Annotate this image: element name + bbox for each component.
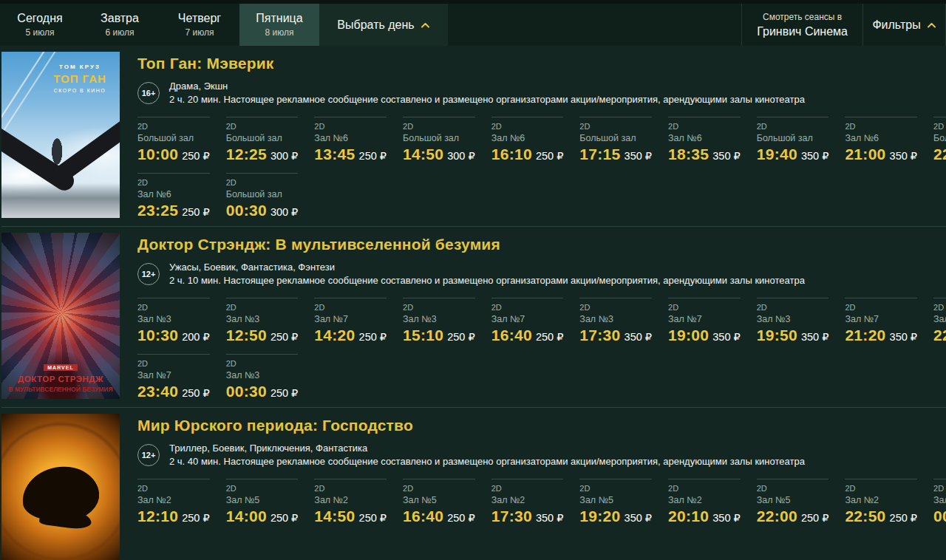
session-price: 250 ₽ (536, 150, 563, 162)
session-cell[interactable]: 2D Зал №3 22:10 250 ₽ (933, 298, 946, 344)
session-price: 350 ₽ (890, 150, 917, 162)
session-cell[interactable]: 2D Зал №5 22:00 250 ₽ (757, 479, 829, 525)
session-cell[interactable]: 2D Зал №3 00:30 250 ₽ (226, 354, 299, 400)
session-format: 2D (491, 122, 564, 131)
session-price: 250 ₽ (182, 206, 209, 218)
session-hall: Большой зал (137, 133, 210, 143)
session-cell[interactable]: 2D Зал №6 16:10 250 ₽ (491, 117, 564, 163)
session-cell[interactable]: 2D Зал №5 16:40 250 ₽ (403, 479, 475, 525)
session-price: 350 ₽ (712, 150, 740, 162)
session-time-row: 16:40 250 ₽ (403, 508, 475, 525)
movie-details: 2 ч. 40 мин. Настоящее рекламное сообщен… (169, 455, 805, 468)
session-price: 350 ₽ (801, 150, 828, 162)
session-time-row: 00:30 300 ₽ (226, 202, 299, 219)
movie-title[interactable]: Мир Юрского периода: Господство (137, 417, 946, 434)
session-cell[interactable]: 2D Большой зал 10:00 250 ₽ (137, 117, 210, 163)
movie-poster[interactable] (1, 414, 120, 560)
movie-meta-text: Ужасы, Боевик, Фантастика, Фэнтези 2 ч. … (169, 261, 805, 287)
session-hall: Большой зал (226, 133, 299, 143)
session-time-row: 16:10 250 ₽ (491, 146, 564, 163)
session-price: 250 ₽ (447, 331, 474, 343)
movie-poster[interactable]: ТОМ КРУЗ ТОП ГАН СКОРО В КИНО (1, 52, 120, 218)
session-format: 2D (403, 122, 475, 131)
session-cell[interactable]: 2D Зал №5 19:20 350 ₽ (579, 479, 652, 525)
session-time-row: 22:10 250 ₽ (933, 327, 946, 344)
session-cell[interactable]: 2D Зал №6 13:45 250 ₽ (314, 117, 387, 163)
poster-text: MARVEL ДОКТОР СТРЭНДЖ В МУЛЬТИВСЕЛЕННОЙ … (1, 359, 120, 393)
session-format: 2D (579, 484, 652, 493)
session-price: 250 ₽ (359, 150, 387, 162)
day-tab[interactable]: Четверг 7 июля (160, 4, 239, 46)
movie-genres: Ужасы, Боевик, Фантастика, Фэнтези (169, 261, 805, 274)
choose-day-button[interactable]: Выбрать день (319, 4, 448, 46)
chevron-up-icon (421, 22, 430, 28)
session-format: 2D (845, 303, 917, 312)
session-cell[interactable]: 2D Зал №2 20:10 350 ₽ (668, 479, 741, 525)
session-cell[interactable]: 2D Зал №3 12:50 250 ₽ (226, 298, 299, 344)
session-time-row: 17:30 350 ₽ (491, 508, 564, 525)
age-rating-badge: 16+ (137, 82, 160, 104)
session-time: 23:25 (137, 202, 178, 219)
session-cell[interactable]: 2D Большой зал 19:40 350 ₽ (757, 117, 829, 163)
day-tab[interactable]: Завтра 6 июля (80, 4, 160, 46)
session-grid: 2D Зал №3 10:30 200 ₽ 2D Зал №3 (137, 298, 928, 400)
session-cell[interactable]: 2D Зал №2 22:50 250 ₽ (845, 479, 917, 525)
session-cell[interactable]: 2D Зал №3 19:50 350 ₽ (757, 298, 829, 344)
session-cell[interactable]: 2D Зал №5 14:00 250 ₽ (226, 479, 299, 525)
session-hall: Зал №3 (933, 314, 946, 324)
session-cell[interactable]: 2D Зал №6 18:35 350 ₽ (668, 117, 741, 163)
session-price: 350 ₽ (890, 331, 917, 343)
session-cell[interactable]: 2D Зал №5 00:40 250 ₽ (933, 479, 946, 525)
session-time: 21:00 (845, 146, 885, 163)
session-cell[interactable]: 2D Зал №3 17:30 350 ₽ (579, 298, 652, 344)
session-time: 00:30 (226, 202, 267, 219)
session-cell[interactable]: 2D Большой зал 00:30 300 ₽ (226, 173, 299, 219)
poster-text-line: В МУЛЬТИВСЕЛЕННОЙ БЕЗУМИЯ (1, 386, 120, 393)
session-cell[interactable]: 2D Зал №7 23:40 250 ₽ (137, 354, 210, 400)
session-cell[interactable]: 2D Зал №3 15:10 250 ₽ (403, 298, 475, 344)
filters-button[interactable]: Фильтры (862, 4, 946, 46)
session-price: 250 ₽ (447, 512, 474, 524)
day-tab-date: 7 июля (186, 27, 214, 38)
day-tab[interactable]: Пятница 8 июля (239, 4, 319, 46)
session-price: 200 ₽ (182, 331, 209, 343)
session-cell[interactable]: 2D Зал №7 21:20 350 ₽ (845, 298, 917, 344)
session-cell[interactable]: 2D Зал №7 19:00 350 ₽ (668, 298, 741, 344)
session-cell[interactable]: 2D Зал №2 14:50 250 ₽ (314, 479, 387, 525)
session-cell[interactable]: 2D Зал №6 23:25 250 ₽ (137, 173, 210, 219)
session-time-row: 19:40 350 ₽ (757, 146, 829, 163)
movie-info: Доктор Стрэндж: В мультивселенной безуми… (137, 233, 946, 400)
session-cell[interactable]: 2D Большой зал 12:25 300 ₽ (226, 117, 299, 163)
session-cell[interactable]: 2D Зал №7 16:40 250 ₽ (491, 298, 564, 344)
session-cell[interactable]: 2D Зал №6 21:00 350 ₽ (845, 117, 917, 163)
session-time: 17:15 (579, 146, 620, 163)
session-time-row: 14:50 250 ₽ (314, 508, 387, 525)
session-cell[interactable]: 2D Зал №2 17:30 350 ₽ (491, 479, 564, 525)
session-price: 250 ₽ (536, 331, 563, 343)
session-time: 21:20 (845, 327, 885, 344)
session-cell[interactable]: 2D Зал №2 12:10 250 ₽ (137, 479, 210, 525)
session-hall: Зал №6 (491, 133, 564, 143)
session-format: 2D (137, 484, 210, 493)
session-hall: Зал №2 (845, 495, 917, 505)
session-cell[interactable]: 2D Большой зал 17:15 350 ₽ (579, 117, 652, 163)
session-format: 2D (226, 303, 299, 312)
movie-poster[interactable]: MARVEL ДОКТОР СТРЭНДЖ В МУЛЬТИВСЕЛЕННОЙ … (1, 233, 120, 399)
session-time: 18:35 (668, 146, 709, 163)
session-hall: Большой зал (579, 133, 652, 143)
session-cell[interactable]: 2D Большой зал 22:05 300 ₽ (933, 117, 946, 163)
session-cell[interactable]: 2D Большой зал 14:50 300 ₽ (403, 117, 475, 163)
session-hall: Зал №6 (845, 133, 917, 143)
session-format: 2D (226, 359, 299, 368)
movie-title[interactable]: Доктор Стрэндж: В мультивселенной безуми… (137, 236, 946, 253)
session-cell[interactable]: 2D Зал №7 14:20 250 ₽ (314, 298, 387, 344)
session-time-row: 12:10 250 ₽ (137, 508, 210, 525)
session-hall: Зал №7 (845, 314, 917, 324)
session-cell[interactable]: 2D Зал №3 10:30 200 ₽ (137, 298, 210, 344)
session-time: 20:10 (668, 508, 709, 525)
cinema-selector[interactable]: Смотреть сеансы в Гринвич Синема (741, 4, 862, 46)
movie-title[interactable]: Топ Ган: Мэверик (137, 55, 946, 72)
movie-info: Мир Юрского периода: Господство 12+ Трил… (137, 414, 946, 560)
day-tab[interactable]: Сегодня 5 июля (0, 4, 80, 46)
session-time-row: 13:45 250 ₽ (314, 146, 387, 163)
